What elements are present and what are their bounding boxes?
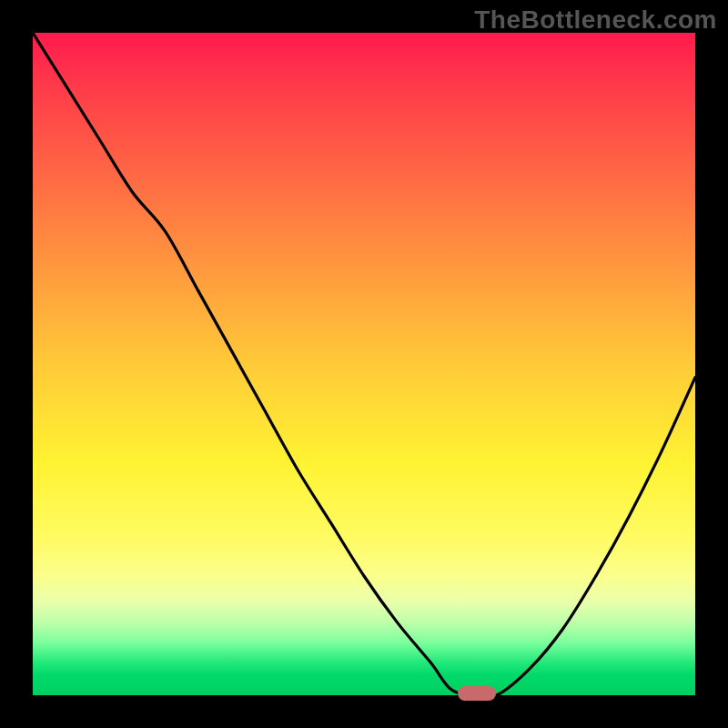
bottleneck-curve-path — [33, 33, 695, 695]
optimal-point-marker — [458, 686, 496, 701]
plot-area — [33, 33, 695, 695]
watermark-text: TheBottleneck.com — [474, 5, 717, 35]
bottleneck-curve-svg — [33, 33, 695, 695]
